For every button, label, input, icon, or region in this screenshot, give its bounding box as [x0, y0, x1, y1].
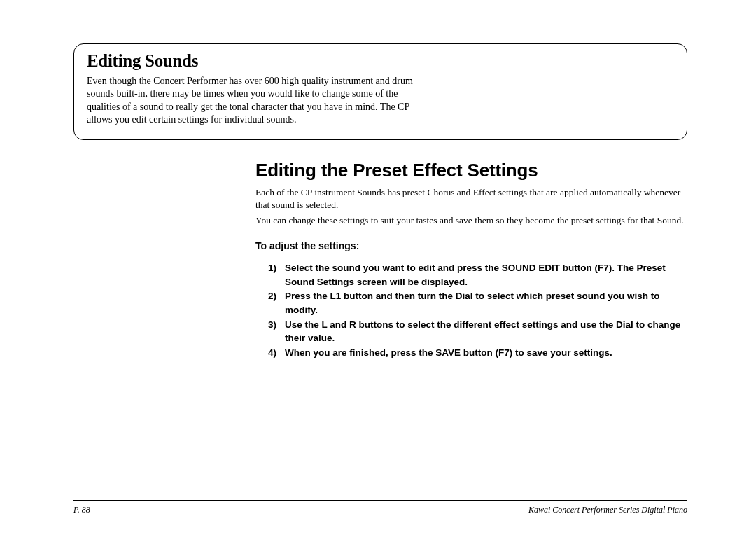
step-text: Select the sound you want to edit and pr…: [285, 261, 685, 289]
footer-page-number: P. 88: [74, 505, 90, 515]
footer-book-title: Kawai Concert Performer Series Digital P…: [528, 505, 687, 515]
step-text: When you are finished, press the SAVE bu…: [285, 346, 685, 360]
intro-box: Editing Sounds Even though the Concert P…: [74, 43, 687, 140]
page-container: Editing Sounds Even though the Concert P…: [0, 0, 756, 359]
step-text: Press the L1 button and then turn the Di…: [285, 289, 685, 317]
intro-box-title: Editing Sounds: [87, 51, 674, 71]
intro-box-body: Even though the Concert Performer has ov…: [87, 75, 416, 127]
step-item: 3) Use the L and R buttons to select the…: [268, 318, 685, 345]
step-item: 1) Select the sound you want to edit and…: [268, 261, 685, 289]
step-number: 4): [268, 346, 285, 360]
page-footer: P. 88 Kawai Concert Performer Series Dig…: [74, 500, 687, 515]
step-number: 3): [268, 318, 285, 345]
step-number: 1): [268, 261, 285, 289]
main-heading: Editing the Preset Effect Settings: [255, 160, 685, 181]
main-section: Editing the Preset Effect Settings Each …: [74, 160, 687, 359]
main-paragraph-1: Each of the CP instrument Sounds has pre…: [255, 186, 685, 211]
step-number: 2): [268, 289, 285, 317]
step-item: 2) Press the L1 button and then turn the…: [268, 289, 685, 317]
steps-list: 1) Select the sound you want to edit and…: [255, 261, 685, 359]
step-text: Use the L and R buttons to select the di…: [285, 318, 685, 345]
main-paragraph-2: You can change these settings to suit yo…: [255, 214, 685, 227]
step-item: 4) When you are finished, press the SAVE…: [268, 346, 685, 360]
sub-heading: To adjust the settings:: [255, 240, 685, 251]
